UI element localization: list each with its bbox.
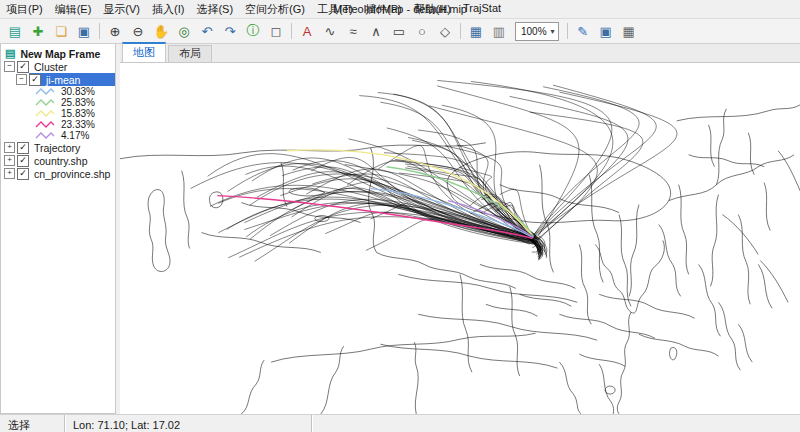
- layer-label: Cluster: [32, 61, 69, 73]
- layer-label: country.shp: [32, 155, 90, 167]
- menu-items: 项目(P)编辑(E)显示(V)插入(I)选择(S)空间分析(G)工具(T)插件(…: [0, 1, 507, 18]
- tab-layout[interactable]: 布局: [168, 45, 212, 62]
- menu-item[interactable]: 插件(P): [359, 1, 408, 18]
- legend-item[interactable]: 30.83%: [1, 86, 115, 97]
- status-bar: 选择 Lon: 71.10; Lat: 17.02: [0, 414, 800, 432]
- layer-checkbox[interactable]: ✓: [29, 74, 41, 86]
- content: ▤New Map Frame−✓Cluster−✓ji-mean30.83%25…: [0, 44, 800, 414]
- map-canvas[interactable]: [120, 63, 800, 414]
- legend-line-symbol: [35, 120, 55, 129]
- legend-item-label: 15.83%: [59, 108, 97, 119]
- polyline-icon[interactable]: ∿: [319, 20, 341, 42]
- layout-icon[interactable]: ▦: [465, 20, 487, 42]
- legend-line-symbol: [35, 131, 55, 140]
- menu-item[interactable]: 空间分析(G): [239, 1, 311, 18]
- tree-expander[interactable]: +: [4, 142, 15, 153]
- layer-label: cn_province.shp: [32, 168, 112, 180]
- toolbar-separator: [291, 23, 292, 39]
- layer-node-ji-mean[interactable]: −✓ji-mean: [1, 73, 115, 86]
- layer-node-cn-province-shp[interactable]: +✓cn_province.shp: [1, 167, 115, 180]
- tree-expander[interactable]: +: [4, 168, 15, 179]
- save-project-icon[interactable]: ▣: [73, 20, 95, 42]
- layer-checkbox[interactable]: ✓: [17, 168, 29, 180]
- legend-item[interactable]: 4.17%: [1, 130, 115, 141]
- layer-node-country-shp[interactable]: +✓country.shp: [1, 154, 115, 167]
- layer-node-cluster[interactable]: −✓Cluster: [1, 60, 115, 73]
- edit-pencil-icon[interactable]: ✎: [572, 20, 594, 42]
- tree-expander[interactable]: −: [16, 74, 27, 85]
- curve-icon[interactable]: ≈: [342, 20, 364, 42]
- layer-node-trajectory[interactable]: +✓Trajectory: [1, 141, 115, 154]
- select-feature-icon[interactable]: ◻: [265, 20, 287, 42]
- zoom-out-icon[interactable]: ⊖: [127, 20, 149, 42]
- layer-label: Trajectory: [32, 142, 82, 154]
- menu-item[interactable]: 工具(T): [311, 1, 359, 18]
- menu-item[interactable]: 选择(S): [190, 1, 239, 18]
- map-frame-label: New Map Frame: [18, 48, 102, 60]
- chevron-down-icon: ▾: [551, 27, 555, 36]
- tab-map[interactable]: 地图: [122, 42, 166, 62]
- main-area: 地图布局: [120, 44, 800, 414]
- tree-expander[interactable]: +: [4, 155, 15, 166]
- legend-item-label: 30.83%: [59, 86, 97, 97]
- menu-item[interactable]: 显示(V): [97, 1, 146, 18]
- legend-item-label: 23.33%: [59, 119, 97, 130]
- identify-icon[interactable]: ⓘ: [242, 20, 264, 42]
- layers-panel: ▤New Map Frame−✓Cluster−✓ji-mean30.83%25…: [0, 44, 116, 414]
- zoom-in-icon[interactable]: ⊕: [104, 20, 126, 42]
- legend-item-label: 4.17%: [59, 130, 91, 141]
- map-svg: [120, 63, 800, 414]
- menu-item[interactable]: 编辑(E): [49, 1, 98, 18]
- grid-icon[interactable]: ▥: [488, 20, 510, 42]
- peak-icon[interactable]: ∧: [365, 20, 387, 42]
- menu-item[interactable]: 帮助(H): [408, 1, 457, 18]
- menu-item[interactable]: TrajStat: [457, 1, 507, 18]
- label-icon[interactable]: A: [296, 20, 318, 42]
- document-tabbar: 地图布局: [120, 44, 800, 63]
- full-extent-icon[interactable]: ◎: [173, 20, 195, 42]
- new-project-icon[interactable]: ▤: [4, 20, 26, 42]
- add-layer-icon[interactable]: ✚: [27, 20, 49, 42]
- legend-item[interactable]: 23.33%: [1, 119, 115, 130]
- zoom-next-icon[interactable]: ↷: [219, 20, 241, 42]
- menu-bar: 项目(P)编辑(E)显示(V)插入(I)选择(S)空间分析(G)工具(T)插件(…: [0, 0, 800, 19]
- toolbar: ▤✚❏▣⊕⊖✋◎↶↷ⓘ◻A∿≈∧▭○◇▦▥100%▾✎▣▦: [0, 19, 800, 44]
- map-frame-icon: ▤: [5, 47, 15, 60]
- attribute-table-icon[interactable]: ▦: [618, 20, 640, 42]
- ellipse-icon[interactable]: ○: [411, 20, 433, 42]
- layer-checkbox[interactable]: ✓: [17, 61, 29, 73]
- menu-item[interactable]: 项目(P): [0, 1, 49, 18]
- legend-item[interactable]: 15.83%: [1, 108, 115, 119]
- legend-line-symbol: [35, 98, 55, 107]
- legend-item-label: 25.83%: [59, 97, 97, 108]
- status-mode: 选择: [0, 415, 65, 432]
- polygon-icon[interactable]: ◇: [434, 20, 456, 42]
- zoom-previous-icon[interactable]: ↶: [196, 20, 218, 42]
- layer-label: ji-mean: [44, 74, 82, 86]
- map-frame-node[interactable]: ▤New Map Frame: [1, 47, 115, 60]
- zoom-level-value: 100%: [521, 26, 547, 37]
- legend-line-symbol: [35, 87, 55, 96]
- toolbar-separator: [460, 23, 461, 39]
- legend-item[interactable]: 25.83%: [1, 97, 115, 108]
- toolbar-separator: [567, 23, 568, 39]
- layer-checkbox[interactable]: ✓: [17, 142, 29, 154]
- menu-item[interactable]: 插入(I): [146, 1, 190, 18]
- status-coordinates: Lon: 71.10; Lat: 17.02: [65, 415, 312, 432]
- legend-line-symbol: [35, 109, 55, 118]
- open-project-icon[interactable]: ❏: [50, 20, 72, 42]
- toolbar-separator: [99, 23, 100, 39]
- save-edit-icon[interactable]: ▣: [595, 20, 617, 42]
- pan-icon[interactable]: ✋: [150, 20, 172, 42]
- tree-expander[interactable]: −: [4, 61, 15, 72]
- zoom-level-select[interactable]: 100%▾: [515, 22, 559, 41]
- rectangle-icon[interactable]: ▭: [388, 20, 410, 42]
- layer-checkbox[interactable]: ✓: [17, 155, 29, 167]
